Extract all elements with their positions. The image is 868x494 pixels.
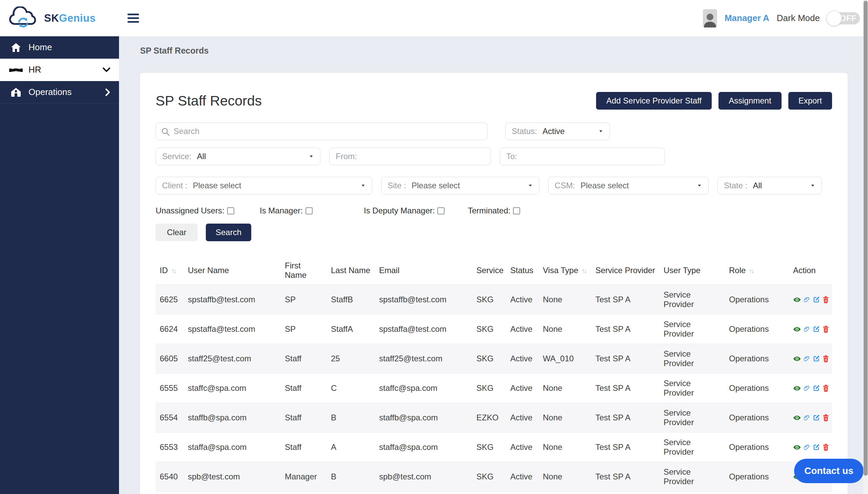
- user-avatar[interactable]: [703, 9, 717, 27]
- view-eye-icon[interactable]: [793, 444, 801, 451]
- scrollbar-thumb[interactable]: [864, 1, 868, 476]
- sidebar-item-operations[interactable]: Operations: [0, 81, 119, 103]
- cell-user-type: Service Provider: [660, 462, 726, 492]
- service-select[interactable]: Service: All: [156, 148, 320, 165]
- table-row: 6535 spa@test.com Manager A spa@test.com…: [156, 492, 832, 494]
- user-name-link[interactable]: Manager A: [725, 13, 769, 23]
- search-icon: [161, 127, 170, 137]
- table-body: 6625 spstaffb@test.com SP StaffB spstaff…: [156, 285, 832, 494]
- edit-icon[interactable]: [813, 354, 820, 363]
- client-select[interactable]: Client : Please select: [156, 177, 372, 194]
- cell-service-provider: Test SP A: [592, 403, 660, 433]
- edit-icon[interactable]: [813, 413, 820, 422]
- delete-trash-icon[interactable]: [823, 325, 829, 334]
- attachment-paperclip-icon[interactable]: [804, 443, 810, 452]
- add-service-provider-staff-button[interactable]: Add Service Provider Staff: [596, 92, 712, 110]
- cell-email: staffc@spa.com: [376, 374, 473, 403]
- is-manager-checkbox[interactable]: [305, 207, 313, 214]
- operations-icon: [9, 88, 23, 97]
- cell-id: 6554: [156, 403, 184, 433]
- cell-role: Operations: [726, 492, 790, 494]
- cell-service: EZKO: [473, 403, 507, 433]
- cell-service-provider: Test SP A: [592, 374, 660, 403]
- cell-email: staffb@spa.com: [376, 403, 473, 433]
- to-date-input[interactable]: [500, 148, 665, 165]
- attachment-paperclip-icon[interactable]: [804, 413, 810, 422]
- edit-icon[interactable]: [813, 295, 820, 304]
- scrollbar-track[interactable]: [863, 0, 868, 494]
- delete-trash-icon[interactable]: [823, 295, 829, 304]
- brand-name: SKGenius: [44, 12, 96, 24]
- edit-icon[interactable]: [813, 443, 820, 452]
- attachment-paperclip-icon[interactable]: [804, 295, 810, 304]
- cell-visa-type: None: [539, 374, 592, 403]
- cell-last-name: StaffA: [328, 315, 376, 344]
- cell-user-type: Service Provider: [660, 433, 726, 462]
- hamburger-menu-icon[interactable]: [127, 14, 139, 23]
- col-header-service: Service: [473, 256, 507, 285]
- attachment-paperclip-icon[interactable]: [804, 384, 810, 393]
- delete-trash-icon[interactable]: [823, 354, 829, 363]
- cell-last-name: A: [328, 492, 376, 494]
- sidebar-item-label: Home: [28, 42, 52, 53]
- csm-select[interactable]: CSM: Please select: [548, 177, 709, 194]
- view-eye-icon[interactable]: [793, 385, 801, 392]
- main-content: SP Staff Records SP Staff Records Add Se…: [119, 36, 868, 494]
- delete-trash-icon[interactable]: [823, 443, 829, 452]
- records-card: SP Staff Records Add Service Provider St…: [140, 73, 848, 494]
- table-row: 6553 staffa@spa.com Staff A staffa@spa.c…: [156, 433, 832, 462]
- sort-icon[interactable]: ↑↓: [171, 267, 176, 274]
- edit-icon[interactable]: [813, 325, 820, 334]
- view-eye-icon[interactable]: [793, 296, 801, 303]
- table-row: 6624 spstaffa@test.com SP StaffA spstaff…: [156, 315, 832, 344]
- delete-trash-icon[interactable]: [823, 384, 829, 393]
- edit-icon[interactable]: [813, 384, 820, 393]
- table-row: 6555 staffc@spa.com Staff C staffc@spa.c…: [156, 374, 832, 403]
- site-select[interactable]: Site : Please select: [381, 177, 539, 194]
- toggle-knob[interactable]: [826, 11, 842, 26]
- sidebar-item-home[interactable]: Home: [0, 36, 119, 59]
- sort-icon[interactable]: ↑↓: [582, 267, 586, 274]
- cell-service: SKG: [473, 462, 507, 492]
- search-button[interactable]: Search: [206, 224, 251, 241]
- cell-id: 6625: [156, 285, 184, 315]
- cell-status: Active: [507, 344, 539, 374]
- terminated-checkbox-field: Terminated:: [468, 206, 520, 215]
- cell-id: 6553: [156, 433, 184, 462]
- is-deputy-manager-checkbox[interactable]: [437, 207, 445, 214]
- clear-button[interactable]: Clear: [156, 224, 198, 241]
- cell-first-name: SP: [281, 285, 328, 315]
- cell-user-name: staffa@spa.com: [184, 433, 281, 462]
- attachment-paperclip-icon[interactable]: [804, 325, 810, 334]
- caret-down-icon: [599, 130, 602, 132]
- from-date-input[interactable]: [329, 148, 491, 165]
- view-eye-icon[interactable]: [793, 326, 801, 333]
- table-row: 6605 staff25@test.com Staff 25 staff25@t…: [156, 344, 832, 374]
- sidebar-item-hr[interactable]: HR: [0, 59, 119, 81]
- cloud-sync-logo-icon: [8, 6, 39, 30]
- contact-us-button[interactable]: Contact us: [794, 459, 864, 483]
- cell-last-name: C: [328, 374, 376, 403]
- caret-down-icon: [529, 185, 532, 187]
- terminated-checkbox[interactable]: [513, 207, 520, 214]
- breadcrumb: SP Staff Records: [140, 46, 848, 57]
- cell-email: staffa@spa.com: [376, 433, 473, 462]
- dark-mode-toggle[interactable]: OFF: [827, 12, 860, 24]
- attachment-paperclip-icon[interactable]: [804, 354, 810, 363]
- view-eye-icon[interactable]: [793, 355, 801, 362]
- cell-id: 6540: [156, 462, 184, 492]
- unassigned-users-checkbox[interactable]: [227, 207, 234, 214]
- view-eye-icon[interactable]: [793, 414, 801, 421]
- search-input[interactable]: [156, 122, 488, 140]
- brand-logo[interactable]: SKGenius: [8, 6, 120, 30]
- assignment-button[interactable]: Assignment: [718, 92, 781, 110]
- delete-trash-icon[interactable]: [823, 413, 829, 422]
- sort-icon[interactable]: ↑↓: [749, 267, 753, 274]
- export-button[interactable]: Export: [788, 92, 832, 110]
- cell-visa-type: None: [539, 403, 592, 433]
- cell-visa-type: None: [539, 285, 592, 315]
- cell-service-provider: Test SP A: [592, 285, 660, 315]
- status-select[interactable]: Status: Active: [505, 122, 610, 140]
- cell-service-provider: Test SP A: [592, 344, 660, 374]
- state-select[interactable]: State : All: [717, 177, 822, 194]
